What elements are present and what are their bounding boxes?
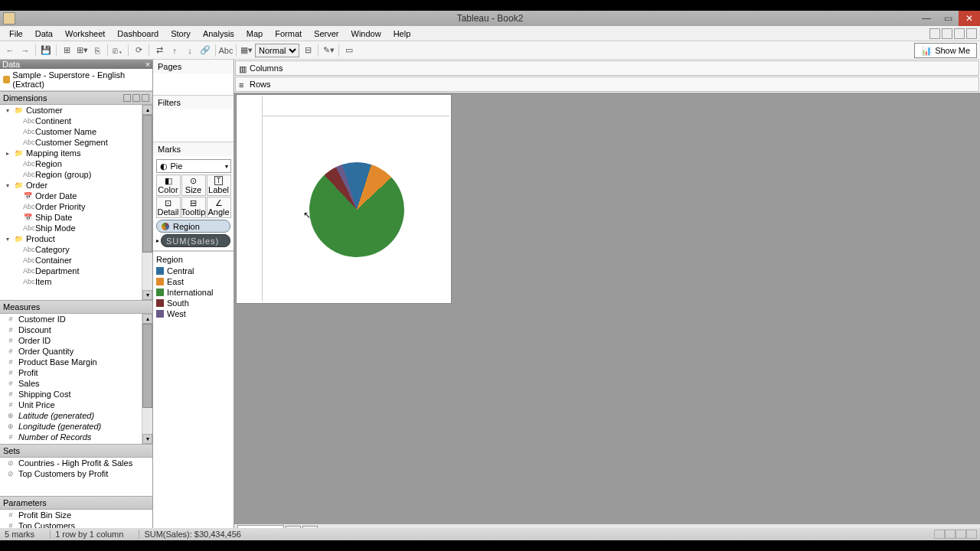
legend-item[interactable]: South — [156, 298, 230, 308]
pill-region[interactable]: Region — [156, 220, 230, 233]
measure-item[interactable]: #Discount — [0, 324, 152, 335]
measure-item[interactable]: #Unit Price — [0, 399, 152, 410]
fix-axes-button[interactable]: ⊟ — [301, 44, 315, 57]
measure-item[interactable]: #Number of Records — [0, 432, 152, 442]
detail-button[interactable]: ⊡Detail — [156, 197, 181, 218]
legend-item[interactable]: Central — [156, 266, 230, 276]
scroll-thumb[interactable] — [142, 324, 152, 408]
measure-item[interactable]: #Order ID — [0, 335, 152, 346]
viz-canvas[interactable]: ↖ — [236, 94, 452, 304]
group-button[interactable]: 🔗 — [198, 44, 212, 57]
presentation-button[interactable]: ▭ — [342, 44, 356, 57]
scroll-up-icon[interactable]: ▴ — [142, 314, 152, 324]
help-icon-1[interactable] — [929, 28, 940, 39]
nav-first-icon[interactable] — [934, 530, 945, 539]
nav-next-icon[interactable] — [956, 530, 966, 539]
dimension-item[interactable]: 📅Ship Date — [0, 212, 152, 223]
show-me-button[interactable]: 📊 Show Me — [914, 43, 977, 58]
legend-item[interactable]: East — [156, 276, 230, 287]
tooltip-button[interactable]: ⊟Tooltip — [181, 197, 206, 218]
forward-button[interactable]: → — [18, 44, 32, 57]
mark-type-select[interactable]: ◐ Pie — [156, 159, 231, 173]
measure-item[interactable]: ⊕Longitude (generated) — [0, 421, 152, 432]
dimension-item[interactable]: AbcCustomer Name — [0, 126, 152, 137]
size-button[interactable]: ⊙Size — [181, 174, 206, 196]
minimize-button[interactable]: — — [916, 11, 937, 26]
swap-button[interactable]: ⇄ — [152, 44, 166, 57]
nav-prev-icon[interactable] — [945, 530, 956, 539]
menu-server[interactable]: Server — [308, 28, 345, 40]
menu-analysis[interactable]: Analysis — [197, 28, 240, 40]
dimension-item[interactable]: 📅Order Date — [0, 191, 152, 201]
help-icon-3[interactable] — [954, 28, 965, 39]
menu-map[interactable]: Map — [240, 28, 269, 40]
dimension-item[interactable]: AbcShip Mode — [0, 223, 152, 233]
scroll-down-icon[interactable]: ▾ — [142, 434, 152, 444]
menu-story[interactable]: Story — [165, 28, 197, 40]
help-icon-4[interactable] — [966, 28, 977, 39]
data-pane-close[interactable]: × — [143, 60, 152, 69]
labels-button[interactable]: Abc — [219, 44, 233, 57]
sort-desc-button[interactable]: ↓ — [183, 44, 197, 57]
datasource-item[interactable]: Sample - Superstore - English (Extract) — [0, 69, 152, 91]
dimension-item[interactable]: AbcRegion (group) — [0, 169, 152, 180]
measures-scrollbar[interactable]: ▴ ▾ — [142, 314, 152, 444]
pie-chart[interactable] — [309, 162, 404, 257]
new-datasource-button[interactable]: ⊞ — [60, 44, 74, 57]
view-data-icon[interactable] — [132, 94, 140, 102]
menu-worksheet[interactable]: Worksheet — [59, 28, 111, 40]
dimension-item[interactable]: AbcCategory — [0, 244, 152, 255]
pill-sum-sales[interactable]: SUM(Sales) — [161, 234, 230, 247]
label-button[interactable]: 🅃Label — [207, 174, 231, 196]
dimension-item[interactable]: 📁Product — [0, 233, 152, 244]
measure-item[interactable]: #Product Base Margin — [0, 357, 152, 367]
color-button[interactable]: ◧Color — [156, 174, 181, 196]
pages-shelf[interactable]: Pages — [153, 60, 234, 96]
angle-button[interactable]: ∠Angle — [207, 197, 231, 218]
new-worksheet-button[interactable]: ⊞▾ — [75, 44, 89, 57]
dimension-item[interactable]: AbcContainer — [0, 255, 152, 266]
legend-item[interactable]: International — [156, 287, 230, 298]
clear-button[interactable]: ⎚▾ — [111, 44, 125, 57]
sort-asc-button[interactable]: ↑ — [168, 44, 181, 57]
dimension-item[interactable]: AbcItem — [0, 276, 152, 287]
highlight-button[interactable]: ✎▾ — [322, 44, 335, 57]
scroll-thumb[interactable] — [142, 115, 152, 253]
measure-item[interactable]: #Profit — [0, 367, 152, 378]
measure-item[interactable]: #Customer ID — [0, 314, 152, 324]
duplicate-button[interactable]: ⎘ — [90, 44, 104, 57]
menu-window[interactable]: Window — [345, 28, 387, 40]
back-button[interactable]: ← — [3, 44, 17, 57]
menu-format[interactable]: Format — [269, 28, 308, 40]
close-button[interactable]: ✕ — [959, 11, 980, 26]
columns-shelf[interactable]: ▥Columns — [235, 60, 979, 76]
dimension-item[interactable]: AbcDepartment — [0, 266, 152, 276]
set-item[interactable]: ⊘Countries - High Profit & Sales — [0, 458, 152, 468]
menu-data[interactable]: Data — [29, 28, 59, 40]
expand-icon[interactable]: ▸ — [156, 237, 159, 244]
measure-item[interactable]: ⊕Latitude (generated) — [0, 410, 152, 421]
dimensions-scrollbar[interactable]: ▴ ▾ — [142, 105, 152, 300]
filters-shelf[interactable]: Filters — [153, 96, 234, 142]
set-item[interactable]: ⊘Top Customers by Profit — [0, 468, 152, 479]
measure-item[interactable]: #Shipping Cost — [0, 389, 152, 399]
dimension-item[interactable]: AbcRegion — [0, 158, 152, 169]
parameter-item[interactable]: #Profit Bin Size — [0, 510, 152, 520]
rows-shelf[interactable]: ≡Rows — [235, 77, 979, 92]
dimension-item[interactable]: 📁Mapping items — [0, 148, 152, 158]
help-icon-2[interactable] — [942, 28, 952, 39]
measure-item[interactable]: #Sales — [0, 378, 152, 389]
scroll-up-icon[interactable]: ▴ — [142, 105, 152, 115]
fit-select[interactable]: Normal — [255, 44, 299, 57]
menu-file[interactable]: File — [3, 28, 29, 40]
menu-help[interactable]: Help — [387, 28, 417, 40]
view-cards-button[interactable]: ▦▾ — [240, 44, 253, 57]
maximize-button[interactable]: ▭ — [937, 11, 959, 26]
dimension-item[interactable]: AbcCustomer Segment — [0, 137, 152, 148]
nav-last-icon[interactable] — [966, 530, 977, 539]
find-field-icon[interactable] — [123, 94, 131, 102]
legend-item[interactable]: West — [156, 308, 230, 319]
measure-item[interactable]: #Order Quantity — [0, 346, 152, 357]
dimension-item[interactable]: AbcContinent — [0, 116, 152, 126]
auto-update-button[interactable]: ⟳ — [132, 44, 145, 57]
